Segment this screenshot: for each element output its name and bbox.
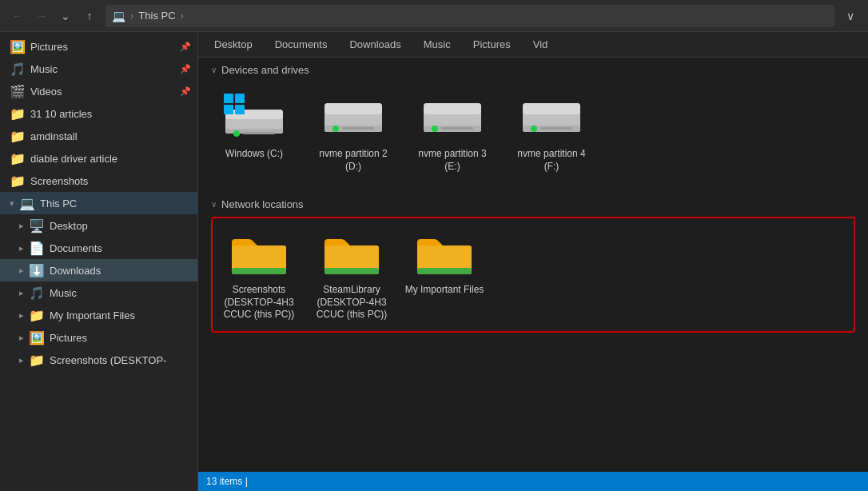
sidebar: 🖼️ Pictures 📌 🎵 Music 📌 🎬 Videos 📌 📁 31 … — [0, 32, 198, 491]
music-icon: 🎵 — [10, 62, 26, 77]
sidebar-label: Screenshots — [30, 175, 191, 187]
svg-rect-19 — [540, 127, 572, 130]
drive-e-icon — [417, 92, 488, 143]
expand-button[interactable]: ∨ — [839, 5, 862, 27]
nav-buttons: ← → ⌄ ↑ — [6, 5, 101, 27]
folder-steamlibrary-label: SteamLibrary (DESKTOP-4H3 CCUC (this PC)… — [312, 284, 392, 321]
sidebar-item-pictures-sub[interactable]: ▸ 🖼️ Pictures — [0, 326, 197, 349]
drive-f-label: nvme partition 4 (F:) — [512, 148, 591, 173]
drives-grid: Windows (C:) nvme partition 2 (D:) — [198, 79, 868, 192]
quick-tab-music[interactable]: Music — [420, 37, 454, 52]
sidebar-label: Music — [50, 287, 191, 299]
sidebar-item-downloads[interactable]: ▸ ⬇️ Downloads — [0, 259, 197, 281]
documents-icon: 📄 — [29, 241, 45, 256]
desktop-icon: 🖥️ — [29, 218, 45, 234]
folder-steamlibrary[interactable]: SteamLibrary (DESKTOP-4H3 CCUC (this PC)… — [309, 222, 395, 328]
back-button[interactable]: ← — [6, 5, 29, 27]
sidebar-item-screenshots-desktop[interactable]: ▸ 📁 Screenshots (DESKTOP- — [0, 349, 197, 371]
chevron-icon: ▸ — [19, 333, 24, 343]
status-text: 13 items | — [206, 476, 248, 487]
sidebar-item-screenshots[interactable]: 📁 Screenshots — [0, 170, 197, 192]
svg-point-3 — [233, 130, 240, 137]
videos-icon: 🎬 — [10, 84, 26, 99]
sidebar-item-amdinstall[interactable]: 📁 amdinstall — [0, 125, 197, 147]
status-bar: 13 items | — [198, 472, 868, 491]
pin-icon: 📌 — [180, 42, 191, 52]
drive-c-icon — [219, 92, 289, 143]
quick-access-bar: Desktop Documents Downloads Music Pictur… — [198, 32, 868, 58]
chevron-icon: ▸ — [19, 288, 24, 298]
folder-screenshots-icon — [227, 228, 291, 279]
folder-icon: 📁 — [29, 353, 45, 368]
pin-icon: 📌 — [180, 64, 191, 74]
title-bar: ← → ⌄ ↑ 💻 › This PC › ∨ — [0, 0, 868, 32]
forward-button[interactable]: → — [30, 5, 53, 27]
sidebar-label: Videos — [30, 86, 175, 98]
chevron-icon: ▸ — [19, 355, 24, 365]
quick-tab-videos[interactable]: Vid — [530, 37, 551, 52]
sidebar-item-driver[interactable]: 📁 diable driver article — [0, 147, 197, 170]
drive-d-icon — [318, 92, 388, 143]
drive-f[interactable]: nvme partition 4 (F:) — [508, 86, 595, 179]
sidebar-label: Pictures — [30, 41, 175, 53]
music-icon: 🎵 — [29, 285, 45, 301]
content-area: Desktop Documents Downloads Music Pictur… — [198, 32, 868, 491]
chevron-icon: ▸ — [19, 265, 24, 276]
pictures-icon: 🖼️ — [10, 39, 26, 54]
chevron-icon: ▸ — [19, 221, 24, 231]
network-chevron: ∨ — [211, 200, 217, 209]
sidebar-item-videos-pinned[interactable]: 🎬 Videos 📌 — [0, 80, 197, 102]
sidebar-label: amdinstall — [30, 130, 191, 142]
up-button[interactable]: ↑ — [78, 5, 101, 27]
address-path: This PC — [138, 10, 175, 22]
main-layout: 🖼️ Pictures 📌 🎵 Music 📌 🎬 Videos 📌 📁 31 … — [0, 32, 868, 491]
svg-rect-14 — [441, 127, 473, 130]
svg-rect-11 — [424, 103, 481, 114]
sidebar-label: Screenshots (DESKTOP- — [50, 354, 191, 366]
address-bar[interactable]: 💻 › This PC › — [106, 5, 834, 27]
recent-button[interactable]: ⌄ — [54, 5, 77, 27]
chevron-icon: ▸ — [19, 310, 24, 321]
quick-tab-downloads[interactable]: Downloads — [346, 37, 404, 52]
svg-rect-23 — [325, 268, 379, 274]
folder-icon: 📁 — [29, 308, 45, 323]
drive-d[interactable]: nvme partition 2 (D:) — [310, 86, 396, 179]
folder-icon: 📁 — [10, 151, 26, 166]
sidebar-item-documents[interactable]: ▸ 📄 Documents — [0, 237, 197, 259]
drive-e[interactable]: nvme partition 3 (E:) — [409, 86, 496, 179]
sidebar-item-myimportant[interactable]: ▸ 📁 My Important Files — [0, 304, 197, 326]
quick-tab-pictures[interactable]: Pictures — [470, 37, 514, 52]
svg-rect-16 — [523, 103, 580, 114]
folder-icon: 📁 — [10, 174, 26, 189]
chevron-icon: ▾ — [10, 198, 14, 209]
svg-rect-4 — [243, 132, 275, 134]
quick-tab-desktop[interactable]: Desktop — [211, 37, 256, 52]
pc-icon: 💻 — [19, 196, 35, 211]
svg-point-8 — [332, 126, 339, 132]
sidebar-item-music-pinned[interactable]: 🎵 Music 📌 — [0, 58, 197, 80]
address-sep2: › — [181, 10, 184, 22]
sidebar-item-desktop[interactable]: ▸ 🖥️ Desktop — [0, 214, 197, 237]
drive-f-icon — [516, 92, 587, 143]
sidebar-item-articles[interactable]: 📁 31 10 articles — [0, 102, 197, 125]
devices-section-title: Devices and drives — [221, 64, 309, 76]
folder-steamlibrary-icon — [320, 228, 384, 279]
devices-section-header[interactable]: ∨ Devices and drives — [198, 58, 868, 79]
sidebar-item-pictures-pinned[interactable]: 🖼️ Pictures 📌 — [0, 35, 197, 58]
quick-tab-documents[interactable]: Documents — [272, 37, 331, 52]
folder-myimportant-label: My Important Files — [405, 284, 484, 297]
folder-screenshots[interactable]: Screenshots (DESKTOP-4H3 CCUC (this PC)) — [216, 222, 302, 328]
drive-d-label: nvme partition 2 (D:) — [313, 148, 393, 173]
drive-e-label: nvme partition 3 (E:) — [412, 148, 492, 173]
network-section-header[interactable]: ∨ Network locations — [198, 192, 868, 214]
sidebar-item-music-sub[interactable]: ▸ 🎵 Music — [0, 281, 197, 304]
folder-screenshots-label: Screenshots (DESKTOP-4H3 CCUC (this PC)) — [219, 284, 299, 321]
folder-myimportant[interactable]: My Important Files — [401, 222, 488, 328]
sidebar-item-thispc[interactable]: ▾ 💻 This PC — [0, 192, 197, 214]
svg-rect-25 — [417, 268, 472, 274]
pin-icon: 📌 — [180, 86, 191, 97]
drive-c[interactable]: Windows (C:) — [211, 86, 297, 179]
downloads-icon: ⬇️ — [29, 263, 45, 278]
svg-point-13 — [432, 126, 438, 132]
sidebar-label: Music — [30, 63, 175, 75]
